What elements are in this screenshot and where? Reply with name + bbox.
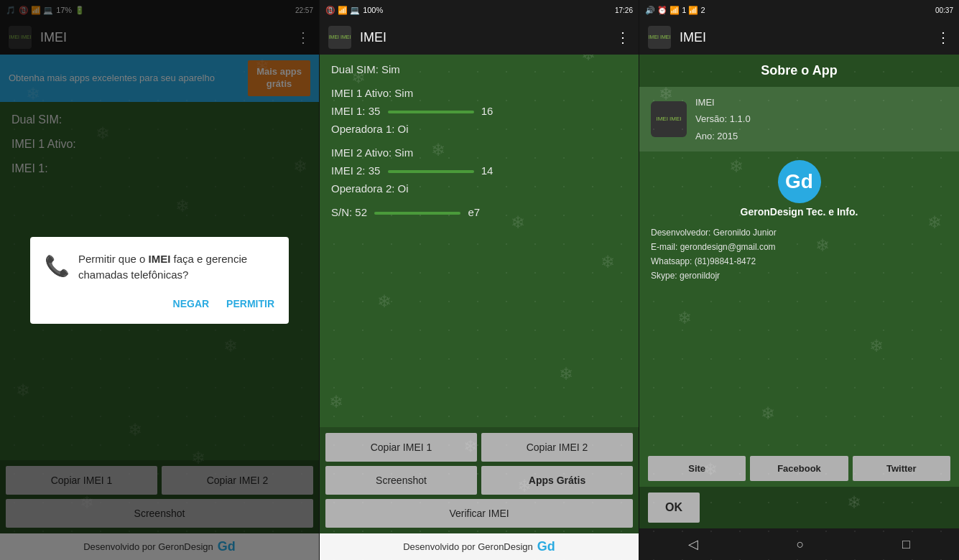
- sn-row: S/N: 52 e7: [331, 206, 627, 218]
- dialog-actions: NEGAR PERMITIR: [45, 298, 274, 309]
- app-bar-2: IMEI IMEI IMEI ⋮: [320, 20, 639, 55]
- skype-row: Skype: geronildojr: [651, 271, 948, 281]
- app-icon-3: IMEI IMEI: [648, 26, 671, 49]
- deny-button[interactable]: NEGAR: [173, 298, 210, 309]
- screen-1: ❄ ❄ ❄ ❄ ❄ ❄ ❄ ❄ ❄ ❄ ❄ ❄ 🎵 📵 📶 💻 17% 🔋 22…: [0, 0, 320, 560]
- status-bar-3: 🔊 ⏰ 📶 1 📶 2 00:37: [639, 0, 959, 20]
- screenshot-apps-row: Screenshot Apps Grátis: [325, 466, 633, 495]
- dialog-overlay: 📞 Permitir que o IMEI faça e gerencie ch…: [0, 0, 319, 560]
- app-info-row: IMEI IMEI IMEI Versão: 1.1.0 Ano: 2015: [639, 87, 959, 151]
- app-name: IMEI: [695, 94, 751, 111]
- gd-circle-icon: Gd: [778, 160, 821, 203]
- signal-icon-2: 📵 📶 💻: [325, 6, 360, 15]
- whatsapp-row: Whatsapp: (81)98841-8472: [651, 256, 948, 266]
- imei1-active-row: IMEI 1 Ativo: Sim: [331, 87, 627, 99]
- copy-imei2-btn-2[interactable]: Copiar IMEI 2: [481, 433, 633, 462]
- screenshot-btn-2[interactable]: Screenshot: [325, 466, 477, 495]
- status-left-3: 🔊 ⏰ 📶 1 📶 2: [645, 6, 705, 15]
- operadora1-row: Operadora 1: Oi: [331, 123, 627, 135]
- imei1-section: IMEI 1 Ativo: Sim IMEI 1: 35 16 Operador…: [331, 87, 627, 135]
- gd-logo-2: Gd: [537, 539, 555, 554]
- contact-info: Desenvolvedor: Geronildo Junior E-mail: …: [639, 222, 959, 450]
- about-header: Sobre o App: [639, 55, 959, 87]
- social-buttons: Site Facebook Twitter: [639, 450, 959, 487]
- overflow-menu-2[interactable]: ⋮: [616, 29, 630, 46]
- app-icon-2: IMEI IMEI: [328, 26, 351, 49]
- sn-progress-bar: [374, 212, 460, 215]
- app-year: Ano: 2015: [695, 128, 751, 144]
- verificar-imei-btn[interactable]: Verificar IMEI: [325, 499, 633, 528]
- permission-dialog: 📞 Permitir que o IMEI faça e gerencie ch…: [30, 237, 289, 324]
- status-time-2: 17:26: [615, 6, 633, 14]
- imei2-section: IMEI 2 Ativo: Sim IMEI 2: 35 14 Operador…: [331, 146, 627, 195]
- app-version: Versão: 1.1.0: [695, 111, 751, 127]
- ok-button[interactable]: OK: [648, 493, 700, 523]
- footer-2: Desenvolvido por GeronDesign Gd: [320, 533, 639, 560]
- dual-sim-row: Dual SIM: Sim: [331, 63, 627, 75]
- battery-2: 100%: [363, 6, 383, 14]
- app-title-2: IMEI: [360, 30, 616, 45]
- icons-3: 🔊 ⏰ 📶 1 📶 2: [645, 6, 705, 15]
- footer-text-2: Desenvolvido por GeronDesign: [403, 541, 533, 552]
- status-bar-2: 📵 📶 💻 100% 17:26: [320, 0, 639, 20]
- back-button[interactable]: ◁: [688, 536, 698, 552]
- overflow-menu-3[interactable]: ⋮: [936, 29, 950, 46]
- s2-content: Dual SIM: Sim IMEI 1 Ativo: Sim IMEI 1: …: [320, 55, 639, 427]
- copy-buttons-row: Copiar IMEI 1 Copiar IMEI 2: [325, 433, 633, 462]
- twitter-button[interactable]: Twitter: [853, 456, 950, 481]
- recents-button[interactable]: □: [902, 537, 910, 552]
- gd-logo-area: Gd GeronDesign Tec. e Info.: [639, 151, 959, 222]
- site-button[interactable]: Site: [648, 456, 746, 481]
- apps-gratis-btn[interactable]: Apps Grátis: [481, 466, 633, 495]
- imei1-row: IMEI 1: 35 16: [331, 105, 627, 117]
- imei2-row: IMEI 2: 35 14: [331, 164, 627, 177]
- email-row: E-mail: gerondesign@gmail.com: [651, 242, 948, 252]
- ok-bar: OK: [639, 487, 959, 528]
- status-left-2: 📵 📶 💻 100%: [325, 6, 383, 15]
- app-title-3: IMEI: [680, 30, 936, 45]
- phone-icon: 📞: [45, 254, 70, 278]
- sn-section: S/N: 52 e7: [331, 206, 627, 218]
- dual-sim-section: Dual SIM: Sim: [331, 63, 627, 75]
- status-time-3: 00:37: [935, 6, 953, 14]
- company-name: GeronDesign Tec. e Info.: [741, 206, 858, 218]
- home-button[interactable]: ○: [797, 537, 805, 552]
- app-icon-about: IMEI IMEI: [651, 101, 687, 137]
- operadora2-row: Operadora 2: Oi: [331, 182, 627, 195]
- imei1-progress-bar: [388, 111, 474, 113]
- copy-imei1-btn-2[interactable]: Copiar IMEI 1: [325, 433, 477, 462]
- app-details: IMEI Versão: 1.1.0 Ano: 2015: [695, 94, 751, 144]
- dialog-text: Permitir que o IMEI faça e gerencie cham…: [78, 251, 274, 284]
- app-bar-3: IMEI IMEI IMEI ⋮: [639, 20, 959, 55]
- bottom-buttons-2: Copiar IMEI 1 Copiar IMEI 2 Screenshot A…: [320, 427, 639, 533]
- imei2-progress-bar: [388, 170, 474, 173]
- nav-bar: ◁ ○ □: [639, 528, 959, 560]
- developer-row: Desenvolvedor: Geronildo Junior: [651, 228, 948, 238]
- screen-2: ❄ ❄ ❄ ❄ ❄ ❄ ❄ ❄ ❄ ❄ 📵 📶 💻 100% 17:26 IME…: [320, 0, 639, 560]
- facebook-button[interactable]: Facebook: [750, 456, 848, 481]
- dialog-content: 📞 Permitir que o IMEI faça e gerencie ch…: [45, 251, 274, 284]
- imei2-active-row: IMEI 2 Ativo: Sim: [331, 146, 627, 159]
- allow-button[interactable]: PERMITIR: [226, 298, 274, 309]
- screen-3: ❄ ❄ ❄ ❄ ❄ ❄ ❄ ❄ ❄ ❄ 🔊 ⏰ 📶 1 📶 2 00:37 IM…: [639, 0, 959, 560]
